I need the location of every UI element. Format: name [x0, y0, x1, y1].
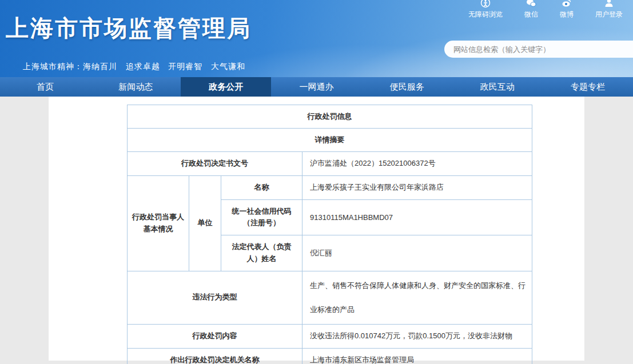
legal-rep-label: 法定代表人（负责人）姓名 — [221, 235, 302, 271]
penalty-content-label: 行政处罚内容 — [128, 324, 302, 348]
nav-item-public-service[interactable]: 便民服务 — [362, 77, 452, 97]
table-row: 违法行为类型 生产、销售不符合保障人体健康和人身、财产安全的国家标准、行业标准的… — [128, 271, 532, 324]
user-login-link[interactable]: 用户登录 — [595, 0, 623, 19]
site-header: 无障碍浏览 微信 微博 用户登录 上海市市场监督管理局 上海城市精神：海纳百川 … — [0, 0, 633, 77]
name-label: 名称 — [221, 175, 302, 199]
search-input[interactable] — [444, 41, 633, 58]
table-title: 行政处罚信息 — [128, 105, 532, 129]
table-subtitle: 详情摘要 — [128, 129, 532, 152]
table-row: 行政处罚当事人基本情况 单位 名称 上海爱乐孩子王实业有限公司年家浜路店 — [128, 175, 532, 199]
top-link-label: 微博 — [560, 10, 574, 19]
nav-item-one-network[interactable]: 一网通办 — [271, 77, 361, 97]
authority-label: 作出行政处罚决定机关名称 — [128, 348, 302, 364]
nav-item-gov-affairs[interactable]: 政务公开 — [181, 77, 271, 97]
nav-item-home[interactable]: 首页 — [0, 77, 90, 97]
penalty-content-value: 没收违法所得0.010742万元，罚款0.1500万元，没收非法财物 — [302, 324, 532, 348]
main-nav: 首页 新闻动态 政务公开 一网通办 便民服务 政民互动 专题专栏 — [0, 77, 633, 97]
nav-item-interaction[interactable]: 政民互动 — [452, 77, 543, 97]
table-row: 行政处罚决定书文号 沪市监浦处（2022）152021006372号 — [128, 152, 532, 176]
city-spirit-text: 上海城市精神：海纳百川 追求卓越 开明睿智 大气谦和 — [23, 62, 245, 72]
weibo-icon — [562, 0, 572, 8]
accessibility-icon — [480, 0, 491, 8]
credit-code-value: 91310115MA1HBBMD07 — [302, 199, 532, 235]
page-content: 行政处罚信息 详情摘要 行政处罚决定书文号 沪市监浦处（2022）1520210… — [0, 97, 633, 364]
violation-type-label: 违法行为类型 — [128, 271, 302, 324]
top-link-label: 用户登录 — [595, 10, 623, 19]
table-row: 行政处罚信息 — [128, 105, 532, 129]
legal-rep-value: 倪汇丽 — [302, 235, 532, 271]
accessibility-link[interactable]: 无障碍浏览 — [468, 0, 503, 19]
violation-type-value: 生产、销售不符合保障人体健康和人身、财产安全的国家标准、行业标准的产品 — [302, 271, 532, 324]
nav-item-special-topics[interactable]: 专题专栏 — [543, 77, 633, 97]
weibo-link[interactable]: 微博 — [560, 0, 574, 19]
table-row: 详情摘要 — [128, 129, 532, 152]
nav-item-news[interactable]: 新闻动态 — [90, 77, 181, 97]
authority-value: 上海市浦东新区市场监督管理局 — [302, 348, 532, 364]
party-basic-info-label: 行政处罚当事人基本情况 — [128, 175, 189, 271]
name-value: 上海爱乐孩子王实业有限公司年家浜路店 — [302, 175, 532, 199]
credit-code-label: 统一社会信用代码（注册号） — [221, 199, 302, 235]
top-link-label: 无障碍浏览 — [468, 10, 503, 19]
wechat-link[interactable]: 微信 — [524, 0, 538, 19]
wechat-icon — [526, 0, 536, 8]
unit-label: 单位 — [189, 175, 221, 271]
doc-number-label: 行政处罚决定书文号 — [128, 152, 302, 176]
top-links: 无障碍浏览 微信 微博 用户登录 — [468, 0, 623, 19]
penalty-info-table: 行政处罚信息 详情摘要 行政处罚决定书文号 沪市监浦处（2022）1520210… — [127, 105, 532, 364]
table-row: 行政处罚内容 没收违法所得0.010742万元，罚款0.1500万元，没收非法财… — [128, 324, 532, 348]
user-icon — [604, 0, 614, 8]
top-link-label: 微信 — [524, 10, 538, 19]
doc-number-value: 沪市监浦处（2022）152021006372号 — [302, 152, 532, 176]
site-title: 上海市市场监督管理局 — [6, 13, 252, 44]
content-panel: 行政处罚信息 详情摘要 行政处罚决定书文号 沪市监浦处（2022）1520210… — [49, 97, 584, 361]
table-row: 作出行政处罚决定机关名称 上海市浦东新区市场监督管理局 — [128, 348, 532, 364]
